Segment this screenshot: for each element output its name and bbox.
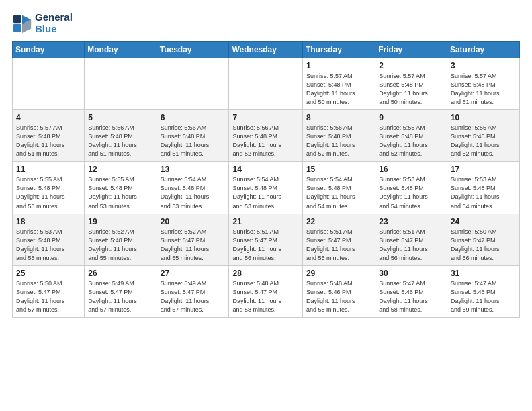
day-info: Sunrise: 5:48 AMSunset: 5:47 PMDaylight:… xyxy=(232,279,298,314)
calendar-week-row: 11Sunrise: 5:55 AMSunset: 5:48 PMDayligh… xyxy=(13,162,520,214)
day-info: Sunrise: 5:56 AMSunset: 5:48 PMDaylight:… xyxy=(306,124,371,158)
day-number: 27 xyxy=(161,269,226,278)
day-info: Sunrise: 5:56 AMSunset: 5:48 PMDaylight:… xyxy=(88,124,152,158)
calendar-cell: 5Sunrise: 5:56 AMSunset: 5:48 PMDaylight… xyxy=(85,110,157,162)
calendar-week-row: 4Sunrise: 5:57 AMSunset: 5:48 PMDaylight… xyxy=(13,110,520,162)
calendar-cell: 29Sunrise: 5:48 AMSunset: 5:46 PMDayligh… xyxy=(302,265,375,317)
calendar-cell: 15Sunrise: 5:54 AMSunset: 5:48 PMDayligh… xyxy=(302,162,375,214)
day-number: 17 xyxy=(451,165,516,174)
calendar-cell: 7Sunrise: 5:56 AMSunset: 5:48 PMDaylight… xyxy=(229,110,302,162)
day-info: Sunrise: 5:55 AMSunset: 5:48 PMDaylight:… xyxy=(379,124,443,158)
calendar-cell: 2Sunrise: 5:57 AMSunset: 5:48 PMDaylight… xyxy=(375,58,447,110)
calendar-cell: 6Sunrise: 5:56 AMSunset: 5:48 PMDaylight… xyxy=(157,110,229,162)
day-number: 22 xyxy=(306,217,371,226)
day-info: Sunrise: 5:55 AMSunset: 5:48 PMDaylight:… xyxy=(451,124,516,158)
day-number: 3 xyxy=(451,61,516,71)
calendar-page: General Blue SundayMondayTuesdayWednesda… xyxy=(0,0,532,411)
day-number: 6 xyxy=(161,113,226,122)
day-info: Sunrise: 5:49 AMSunset: 5:47 PMDaylight:… xyxy=(88,279,152,314)
day-number: 11 xyxy=(16,165,81,174)
weekday-header-wednesday: Wednesday xyxy=(229,42,302,58)
page-header: General Blue xyxy=(12,12,520,34)
calendar-cell: 20Sunrise: 5:52 AMSunset: 5:47 PMDayligh… xyxy=(157,214,229,265)
day-info: Sunrise: 5:52 AMSunset: 5:48 PMDaylight:… xyxy=(88,228,152,263)
day-info: Sunrise: 5:49 AMSunset: 5:47 PMDaylight:… xyxy=(161,279,226,314)
calendar-cell: 25Sunrise: 5:50 AMSunset: 5:47 PMDayligh… xyxy=(13,265,85,317)
calendar-week-row: 18Sunrise: 5:53 AMSunset: 5:48 PMDayligh… xyxy=(13,214,520,265)
logo-icon xyxy=(12,14,32,33)
logo-text: General Blue xyxy=(35,12,73,34)
weekday-header-sunday: Sunday xyxy=(13,42,85,58)
day-number: 15 xyxy=(306,165,371,174)
day-info: Sunrise: 5:55 AMSunset: 5:48 PMDaylight:… xyxy=(88,175,152,210)
day-info: Sunrise: 5:54 AMSunset: 5:48 PMDaylight:… xyxy=(232,175,298,210)
day-number: 4 xyxy=(16,113,81,122)
calendar-header-row: SundayMondayTuesdayWednesdayThursdayFrid… xyxy=(13,42,520,58)
calendar-cell: 23Sunrise: 5:51 AMSunset: 5:47 PMDayligh… xyxy=(375,214,447,265)
day-info: Sunrise: 5:50 AMSunset: 5:47 PMDaylight:… xyxy=(451,228,516,263)
calendar-cell: 21Sunrise: 5:51 AMSunset: 5:47 PMDayligh… xyxy=(229,214,302,265)
calendar-cell: 3Sunrise: 5:57 AMSunset: 5:48 PMDaylight… xyxy=(447,58,519,110)
calendar-cell: 24Sunrise: 5:50 AMSunset: 5:47 PMDayligh… xyxy=(447,214,519,265)
weekday-header-thursday: Thursday xyxy=(302,42,375,58)
day-info: Sunrise: 5:52 AMSunset: 5:47 PMDaylight:… xyxy=(161,228,226,263)
day-number: 29 xyxy=(306,269,371,278)
day-number: 12 xyxy=(88,165,152,174)
day-number: 2 xyxy=(379,61,443,71)
day-number: 21 xyxy=(232,217,298,226)
day-number: 24 xyxy=(451,217,516,226)
day-info: Sunrise: 5:54 AMSunset: 5:48 PMDaylight:… xyxy=(306,175,371,210)
day-info: Sunrise: 5:53 AMSunset: 5:48 PMDaylight:… xyxy=(379,175,443,210)
day-number: 13 xyxy=(161,165,226,174)
day-number: 18 xyxy=(16,217,81,226)
day-info: Sunrise: 5:57 AMSunset: 5:48 PMDaylight:… xyxy=(451,72,516,107)
day-info: Sunrise: 5:47 AMSunset: 5:46 PMDaylight:… xyxy=(451,279,516,314)
day-number: 20 xyxy=(161,217,226,226)
calendar-cell: 12Sunrise: 5:55 AMSunset: 5:48 PMDayligh… xyxy=(85,162,157,214)
day-number: 31 xyxy=(451,269,516,278)
calendar-cell xyxy=(229,58,302,110)
calendar-cell: 1Sunrise: 5:57 AMSunset: 5:48 PMDaylight… xyxy=(302,58,375,110)
day-info: Sunrise: 5:48 AMSunset: 5:46 PMDaylight:… xyxy=(306,279,371,314)
day-info: Sunrise: 5:50 AMSunset: 5:47 PMDaylight:… xyxy=(16,279,81,314)
day-number: 10 xyxy=(451,113,516,122)
day-info: Sunrise: 5:57 AMSunset: 5:48 PMDaylight:… xyxy=(379,72,443,107)
calendar-cell: 4Sunrise: 5:57 AMSunset: 5:48 PMDaylight… xyxy=(13,110,85,162)
calendar-cell: 19Sunrise: 5:52 AMSunset: 5:48 PMDayligh… xyxy=(85,214,157,265)
day-info: Sunrise: 5:53 AMSunset: 5:48 PMDaylight:… xyxy=(451,175,516,210)
calendar-cell: 30Sunrise: 5:47 AMSunset: 5:46 PMDayligh… xyxy=(375,265,447,317)
calendar-cell xyxy=(13,58,85,110)
calendar-cell: 14Sunrise: 5:54 AMSunset: 5:48 PMDayligh… xyxy=(229,162,302,214)
day-number: 28 xyxy=(232,269,298,278)
calendar-cell: 18Sunrise: 5:53 AMSunset: 5:48 PMDayligh… xyxy=(13,214,85,265)
calendar-cell: 8Sunrise: 5:56 AMSunset: 5:48 PMDaylight… xyxy=(302,110,375,162)
day-info: Sunrise: 5:53 AMSunset: 5:48 PMDaylight:… xyxy=(16,228,81,263)
calendar-cell: 17Sunrise: 5:53 AMSunset: 5:48 PMDayligh… xyxy=(447,162,519,214)
calendar-cell: 26Sunrise: 5:49 AMSunset: 5:47 PMDayligh… xyxy=(85,265,157,317)
calendar-cell xyxy=(85,58,157,110)
calendar-cell: 27Sunrise: 5:49 AMSunset: 5:47 PMDayligh… xyxy=(157,265,229,317)
calendar-week-row: 1Sunrise: 5:57 AMSunset: 5:48 PMDaylight… xyxy=(13,58,520,110)
calendar-week-row: 25Sunrise: 5:50 AMSunset: 5:47 PMDayligh… xyxy=(13,265,520,317)
calendar-cell: 13Sunrise: 5:54 AMSunset: 5:48 PMDayligh… xyxy=(157,162,229,214)
day-number: 16 xyxy=(379,165,443,174)
calendar-table: SundayMondayTuesdayWednesdayThursdayFrid… xyxy=(12,41,520,318)
day-number: 5 xyxy=(88,113,152,122)
calendar-cell: 9Sunrise: 5:55 AMSunset: 5:48 PMDaylight… xyxy=(375,110,447,162)
day-number: 1 xyxy=(306,61,371,71)
calendar-cell: 11Sunrise: 5:55 AMSunset: 5:48 PMDayligh… xyxy=(13,162,85,214)
calendar-cell: 10Sunrise: 5:55 AMSunset: 5:48 PMDayligh… xyxy=(447,110,519,162)
calendar-cell: 28Sunrise: 5:48 AMSunset: 5:47 PMDayligh… xyxy=(229,265,302,317)
day-info: Sunrise: 5:51 AMSunset: 5:47 PMDaylight:… xyxy=(306,228,371,263)
day-number: 23 xyxy=(379,217,443,226)
day-number: 9 xyxy=(379,113,443,122)
day-info: Sunrise: 5:56 AMSunset: 5:48 PMDaylight:… xyxy=(161,124,226,158)
day-info: Sunrise: 5:54 AMSunset: 5:48 PMDaylight:… xyxy=(161,175,226,210)
calendar-cell xyxy=(157,58,229,110)
day-number: 14 xyxy=(232,165,298,174)
day-info: Sunrise: 5:56 AMSunset: 5:48 PMDaylight:… xyxy=(232,124,298,158)
weekday-header-saturday: Saturday xyxy=(447,42,519,58)
calendar-cell: 22Sunrise: 5:51 AMSunset: 5:47 PMDayligh… xyxy=(302,214,375,265)
logo: General Blue xyxy=(12,12,73,34)
day-info: Sunrise: 5:55 AMSunset: 5:48 PMDaylight:… xyxy=(16,175,81,210)
